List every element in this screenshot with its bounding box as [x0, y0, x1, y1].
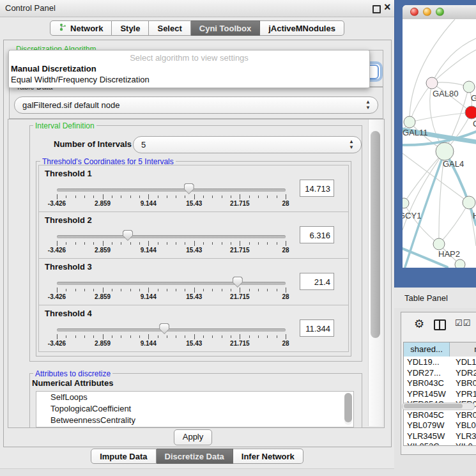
slider-tick-labels: -3.4262.8599.14415.4321.71528: [57, 293, 286, 301]
threshold-label: Threshold 4: [45, 309, 92, 318]
table-row[interactable]: YDR27...YDR2: [404, 367, 476, 378]
tick-mark: [249, 335, 250, 338]
vertical-scrollbar[interactable]: [368, 119, 383, 426]
table-panel-box: ⚙ ☑☑ shared... na YDL19...YDL1YDR27...YD…: [401, 312, 476, 455]
network-node[interactable]: [436, 142, 454, 160]
network-node[interactable]: [433, 238, 445, 250]
tick-mark: [231, 289, 231, 291]
attribute-item[interactable]: BetweennessCentrality: [36, 415, 353, 426]
list-scrollbar-thumb[interactable]: [344, 393, 352, 422]
network-node[interactable]: [404, 116, 415, 128]
node-table[interactable]: shared... na YDL19...YDL1YDR27...YDR2YBR…: [403, 342, 476, 446]
table-data-combobox[interactable]: galFiltered.sif default node ▲▼: [14, 96, 378, 114]
column-header-name[interactable]: na: [450, 342, 476, 357]
network-node[interactable]: [455, 259, 465, 268]
network-graph[interactable]: GAL80GCGAL11GAL4GCY1HHAP2: [403, 19, 476, 268]
tick-label: 15.43: [186, 200, 202, 207]
float-window-icon[interactable]: [372, 5, 381, 13]
network-node[interactable]: [426, 77, 438, 89]
columns-icon[interactable]: [434, 319, 446, 330]
threshold-slider-track[interactable]: [57, 235, 286, 238]
close-traffic-light[interactable]: [410, 8, 418, 16]
numerical-attributes-list[interactable]: SelfLoopsTopologicalCoefficientBetweenne…: [36, 391, 354, 427]
combo-spinner-icon[interactable]: ▲▼: [365, 99, 371, 111]
minimize-traffic-light[interactable]: [423, 8, 431, 16]
cell-shared-name: YBR045C: [404, 410, 450, 420]
cell-name: YDR2: [450, 367, 476, 378]
network-node-label: C: [473, 119, 476, 128]
table-row[interactable]: YPR145WYPR1: [404, 388, 476, 399]
tab-cyni-toolbox[interactable]: Cyni Toolbox: [191, 20, 260, 36]
horizontal-scrollbar[interactable]: [402, 403, 475, 410]
threshold-slider-track[interactable]: [57, 328, 286, 332]
tick-mark: [194, 334, 195, 339]
network-edge[interactable]: [432, 38, 476, 83]
network-node[interactable]: [465, 106, 476, 119]
network-canvas[interactable]: GAL80GCGAL11GAL4GCY1HHAP2: [403, 19, 476, 268]
table-row[interactable]: YBR045CYBR0: [404, 410, 476, 420]
table-row[interactable]: YBL079WYBL0: [404, 420, 476, 431]
close-icon[interactable]: ×: [384, 1, 391, 14]
attribute-item[interactable]: TopologicalCoefficient: [36, 403, 353, 415]
network-edge[interactable]: [410, 112, 472, 122]
tick-mark: [84, 242, 85, 245]
tick-label: 21.715: [230, 293, 250, 300]
combo-spinner-icon[interactable]: ▲▼: [349, 139, 354, 150]
tab-jactivemnodules[interactable]: jActiveMNodules: [260, 20, 344, 36]
network-edge[interactable]: [410, 83, 432, 122]
tab-style[interactable]: Style: [112, 20, 149, 36]
tab-infer-network[interactable]: Infer Network: [233, 449, 303, 464]
tick-label: 21.715: [230, 200, 250, 207]
tick-label: 9.144: [141, 200, 157, 207]
tick-mark: [212, 196, 213, 198]
threshold-value-field[interactable]: 14.713: [300, 180, 334, 197]
network-edge[interactable]: [432, 50, 476, 83]
tab-select[interactable]: Select: [149, 20, 190, 36]
cell-shared-name: YIL052C: [404, 441, 450, 446]
gear-icon[interactable]: ⚙: [414, 317, 424, 331]
tick-label: 15.43: [186, 293, 202, 300]
column-header-shared-name[interactable]: shared...: [404, 342, 450, 357]
table-row[interactable]: YBR043CYBR0: [404, 378, 476, 388]
network-edge[interactable]: [404, 203, 439, 244]
tick-mark: [130, 289, 131, 291]
tick-mark: [139, 196, 140, 198]
dropdown-option-manual[interactable]: Manual Discretization: [11, 64, 367, 75]
threshold-value-field[interactable]: 11.344: [300, 319, 334, 337]
select-columns-checkboxes-icon[interactable]: ☑☑: [455, 318, 471, 328]
horizontal-scrollbar-thumb[interactable]: [404, 404, 463, 408]
tick-label: 21.715: [230, 247, 250, 254]
threshold-slider-thumb[interactable]: [184, 183, 194, 194]
tab-discretize-data[interactable]: Discretize Data: [157, 449, 233, 464]
threshold-slider-track[interactable]: [57, 188, 286, 192]
dropdown-option-equal-width[interactable]: Equal Width/Frequency Discretization: [11, 75, 367, 86]
threshold-value-field[interactable]: 6.316: [300, 226, 334, 243]
zoom-traffic-light[interactable]: [436, 8, 444, 16]
tab-network[interactable]: Network: [50, 20, 112, 36]
threshold-slider-thumb[interactable]: [233, 277, 243, 288]
list-scrollbar[interactable]: [344, 393, 352, 425]
threshold-value-field[interactable]: 21.4: [300, 273, 334, 290]
tick-mark: [212, 289, 213, 291]
tab-label: Style: [120, 24, 140, 33]
threshold-slider-thumb[interactable]: [123, 230, 133, 241]
threshold-slider-thumb[interactable]: [159, 323, 169, 334]
attribute-item[interactable]: SelfLoops: [36, 392, 353, 403]
threshold-slider-track[interactable]: [57, 282, 286, 285]
table-row[interactable]: YLR345WYLR3: [404, 431, 476, 441]
network-node[interactable]: [403, 198, 409, 208]
tick-mark: [222, 242, 222, 245]
tick-mark: [240, 288, 240, 293]
tick-label: 9.144: [141, 293, 157, 300]
apply-button[interactable]: Apply: [174, 429, 212, 445]
network-node[interactable]: [463, 81, 475, 93]
tick-mark: [112, 289, 112, 291]
table-row[interactable]: YIL052CYIL0: [404, 441, 476, 446]
tab-impute-data[interactable]: Impute Data: [91, 449, 156, 464]
network-edge[interactable]: [439, 203, 469, 244]
network-node-label: HAP2: [438, 249, 460, 259]
vertical-scrollbar-thumb[interactable]: [371, 131, 380, 338]
table-row[interactable]: YDL19...YDL1: [404, 357, 476, 367]
network-node[interactable]: [463, 196, 475, 209]
number-of-intervals-combobox[interactable]: 5 ▲▼: [133, 136, 362, 153]
